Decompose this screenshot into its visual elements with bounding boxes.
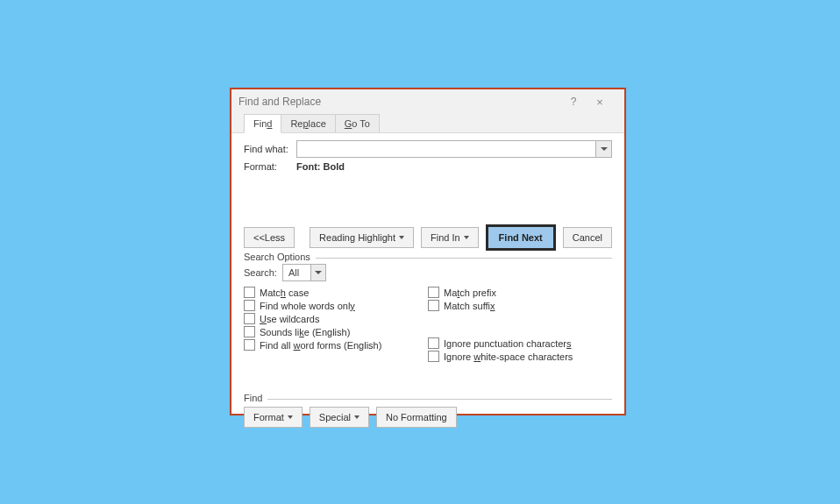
tab-replace-label: Replace [290, 118, 325, 129]
word-forms-checkbox[interactable]: Find all word forms (English) [244, 339, 428, 351]
checkbox-box [428, 287, 439, 298]
search-direction-row: Search: All [244, 264, 612, 281]
match-suffix-label: Match suffix [444, 301, 495, 311]
wildcards-label: Use wildcards [260, 314, 319, 324]
find-what-dropdown[interactable] [595, 141, 611, 157]
search-options-legend: Search Options [244, 252, 316, 262]
special-button[interactable]: Special [310, 407, 369, 428]
checkbox-box [244, 287, 255, 298]
checkbox-box [428, 351, 439, 362]
find-group-legend: Find [244, 393, 267, 403]
checkbox-box [244, 300, 255, 311]
find-what-row: Find what: [244, 140, 612, 158]
options-right-column: Match prefix Match suffix Ignore punctua… [428, 287, 612, 364]
tab-find-label: Find [253, 118, 272, 129]
caret-down-icon [354, 415, 359, 419]
cancel-button[interactable]: Cancel [563, 227, 612, 248]
match-case-label: Match case [260, 287, 309, 298]
whole-words-checkbox[interactable]: Find whole words only [244, 300, 428, 311]
caret-down-icon [464, 236, 469, 239]
tab-goto[interactable]: Go To [335, 114, 380, 132]
dialog-title: Find and Replace [238, 96, 565, 108]
format-row: Format: Font: Bold [244, 161, 612, 172]
action-button-row: << Less Reading Highlight Find In Find N… [231, 224, 624, 251]
wildcards-checkbox[interactable]: Use wildcards [244, 313, 428, 324]
search-direction-dropdown-toggle[interactable] [310, 265, 325, 280]
no-formatting-button[interactable]: No Formatting [376, 407, 457, 428]
find-group: Find Format Special No Formatting [244, 399, 612, 428]
find-group-buttons: Format Special No Formatting [244, 407, 612, 428]
titlebar: Find and Replace ? × [231, 89, 624, 114]
match-prefix-checkbox[interactable]: Match prefix [428, 287, 612, 298]
dialog-body: Find what: Format: Font: Bold [231, 133, 624, 172]
tab-find[interactable]: Find [244, 114, 281, 133]
help-icon[interactable]: ? [565, 96, 582, 108]
caret-down-icon [399, 236, 404, 239]
search-direction-select[interactable]: All [282, 264, 326, 281]
search-direction-label: Search: [244, 267, 277, 278]
less-button[interactable]: << Less [244, 227, 295, 248]
search-options-group: Search Options Search: All Match case Fi… [244, 258, 612, 364]
chevron-down-icon [601, 147, 608, 151]
sounds-like-label: Sounds like (English) [260, 327, 350, 337]
checkbox-box [244, 326, 255, 337]
ignore-punct-label: Ignore punctuation characters [444, 338, 572, 349]
options-columns: Match case Find whole words only Use wil… [244, 287, 612, 364]
ignore-ws-checkbox[interactable]: Ignore white-space characters [428, 351, 612, 362]
chevron-down-icon [315, 271, 322, 274]
reading-highlight-button[interactable]: Reading Highlight [310, 227, 414, 248]
ignore-ws-label: Ignore white-space characters [444, 351, 573, 362]
find-replace-dialog: Find and Replace ? × Find Replace Go To … [230, 88, 626, 415]
tab-replace[interactable]: Replace [281, 114, 335, 132]
find-next-button[interactable]: Find Next [486, 224, 556, 251]
tab-goto-label: Go To [345, 118, 370, 129]
checkbox-box [428, 300, 439, 311]
checkbox-box [244, 339, 255, 351]
find-what-input[interactable] [296, 140, 612, 158]
match-prefix-label: Match prefix [444, 287, 496, 298]
ignore-punct-checkbox[interactable]: Ignore punctuation characters [428, 337, 612, 349]
options-left-column: Match case Find whole words only Use wil… [244, 287, 428, 364]
match-case-checkbox[interactable]: Match case [244, 287, 428, 298]
whole-words-label: Find whole words only [260, 301, 355, 311]
tabstrip: Find Replace Go To [231, 114, 624, 133]
format-button[interactable]: Format [244, 407, 303, 428]
checkbox-box [244, 313, 255, 324]
find-what-label: Find what: [244, 144, 296, 154]
find-in-button[interactable]: Find In [421, 227, 479, 248]
checkbox-box [428, 337, 439, 349]
match-suffix-checkbox[interactable]: Match suffix [428, 300, 612, 311]
word-forms-label: Find all word forms (English) [260, 340, 381, 351]
caret-down-icon [288, 415, 293, 419]
close-icon[interactable]: × [582, 96, 617, 109]
format-value: Font: Bold [296, 161, 345, 172]
format-label: Format: [244, 161, 296, 172]
sounds-like-checkbox[interactable]: Sounds like (English) [244, 326, 428, 337]
